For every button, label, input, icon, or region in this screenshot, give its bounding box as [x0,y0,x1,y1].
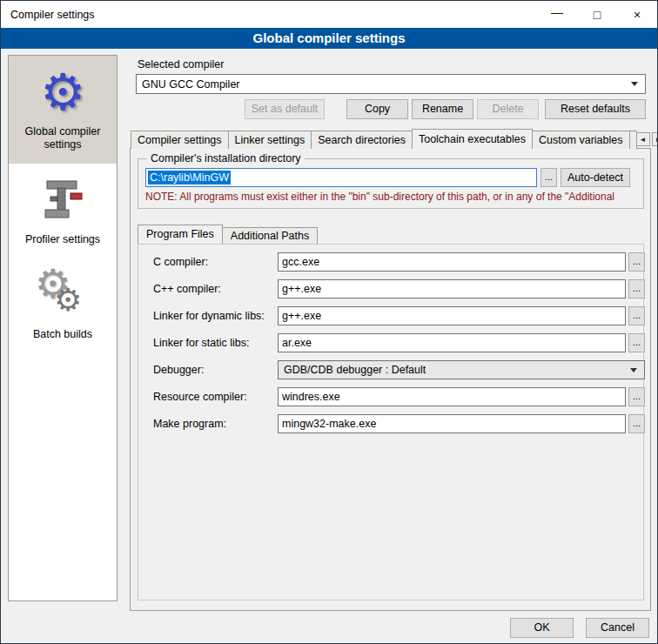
reset-defaults-button[interactable]: Reset defaults [545,99,646,119]
static-linker-browse-button[interactable]: ... [628,333,645,352]
window-title: Compiler settings [1,9,95,21]
program-files-panel: C compiler: ... C++ compiler: ... Linker… [138,244,644,600]
dynamic-linker-label: Linker for dynamic libs: [153,310,265,322]
c-compiler-input[interactable] [278,252,626,272]
form-row-static-linker: Linker for static libs: ... [153,333,633,352]
make-program-browse-button[interactable]: ... [628,414,645,433]
static-linker-input[interactable] [278,333,626,352]
c-compiler-label: C compiler: [153,256,208,268]
installation-directory-input[interactable]: C:\raylib\MinGW [145,168,537,187]
debugger-dropdown[interactable]: GDB/CDB debugger : Default [278,360,645,379]
window-controls: — □ × [537,1,657,28]
installation-directory-legend: Compiler's installation directory [147,152,305,164]
make-program-input[interactable] [278,414,626,433]
delete-button[interactable]: Delete [477,99,539,119]
dialog-header: Global compiler settings [1,28,657,49]
form-row-c-compiler: C compiler: ... [153,252,633,272]
close-icon: × [634,8,641,22]
form-row-debugger: Debugger: GDB/CDB debugger : Default [153,360,633,379]
cpp-compiler-label: C++ compiler: [153,283,221,295]
tab-scroll-controls: ◄ ► [636,132,658,149]
make-program-label: Make program: [153,418,226,430]
sidebar-item-profiler-settings[interactable]: Profiler settings [9,164,117,258]
maximize-button[interactable]: □ [577,1,617,28]
cpp-compiler-browse-button[interactable]: ... [628,279,645,299]
form-row-cpp-compiler: C++ compiler: ... [153,279,633,299]
installation-directory-row: C:\raylib\MinGW ... Auto-detect [145,168,636,187]
ok-button[interactable]: OK [510,618,574,638]
minimize-button[interactable]: — [537,1,577,28]
rename-button[interactable]: Rename [412,99,473,119]
selected-compiler-label: Selected compiler [138,58,224,70]
debugger-label: Debugger: [153,364,204,376]
sidebar-item-label: Profiler settings [25,233,100,246]
titlebar: Compiler settings — □ × [1,1,657,28]
selected-compiler-dropdown[interactable]: GNU GCC Compiler [136,74,646,94]
gear-icon: ⚙ [35,64,91,120]
selected-compiler-value: GNU GCC Compiler [137,78,240,91]
tab-search-directories[interactable]: Search directories [311,131,413,149]
tab-toolchain-executables[interactable]: Toolchain executables [412,129,533,149]
auto-detect-button[interactable]: Auto-detect [561,168,630,187]
tab-compiler-settings[interactable]: Compiler settings [131,131,229,149]
chevron-down-icon [630,368,637,372]
c-compiler-browse-button[interactable]: ... [628,252,645,272]
minimize-icon: — [551,5,563,19]
form-row-make-program: Make program: ... [153,414,633,433]
installation-directory-value: C:\raylib\MinGW [148,171,231,184]
compiler-settings-dialog: Compiler settings — □ × Global compiler … [0,0,658,644]
profiler-tool-icon [35,172,91,228]
browse-directory-button[interactable]: ... [540,168,557,187]
gears-gray-icon: ⚙ ⚙ [35,267,91,323]
installation-directory-group: Compiler's installation directory C:\ray… [138,152,644,209]
sidebar-item-batch-builds[interactable]: ⚙ ⚙ Batch builds [9,258,117,353]
set-as-default-button[interactable]: Set as default [245,99,325,119]
resource-compiler-label: Resource compiler: [153,391,247,403]
sidebar-item-label: Global compiler settings [12,125,113,151]
tab-scroll-left-icon[interactable]: ◄ [636,132,650,146]
debugger-value: GDB/CDB debugger : Default [279,364,426,376]
close-button[interactable]: × [617,1,657,28]
settings-tabstrip: Compiler settings Linker settings Search… [131,129,650,149]
cpp-compiler-input[interactable] [278,279,626,299]
cancel-button[interactable]: Cancel [586,618,649,638]
subtab-program-files[interactable]: Program Files [138,225,223,244]
bin-subdirectory-note: NOTE: All programs must exist either in … [145,191,636,203]
resource-compiler-browse-button[interactable]: ... [628,387,645,406]
tab-custom-variables[interactable]: Custom variables [532,131,630,149]
tab-linker-settings[interactable]: Linker settings [228,131,312,149]
dynamic-linker-browse-button[interactable]: ... [628,306,645,325]
sidebar-item-global-compiler-settings[interactable]: ⚙ Global compiler settings [9,56,117,164]
settings-sidebar: ⚙ Global compiler settings Profiler sett… [8,55,118,601]
resource-compiler-input[interactable] [278,387,626,406]
form-row-dynamic-linker: Linker for dynamic libs: ... [153,306,633,325]
program-files-tabstrip: Program Files Additional Paths [138,225,317,244]
maximize-icon: □ [594,8,601,22]
sidebar-item-label: Batch builds [33,328,92,341]
static-linker-label: Linker for static libs: [153,337,249,349]
dynamic-linker-input[interactable] [278,306,626,325]
tab-scroll-right-icon[interactable]: ► [652,132,658,146]
chevron-down-icon [631,82,638,86]
form-row-resource-compiler: Resource compiler: ... [153,387,633,406]
copy-button[interactable]: Copy [346,99,408,119]
subtab-additional-paths[interactable]: Additional Paths [222,227,318,244]
